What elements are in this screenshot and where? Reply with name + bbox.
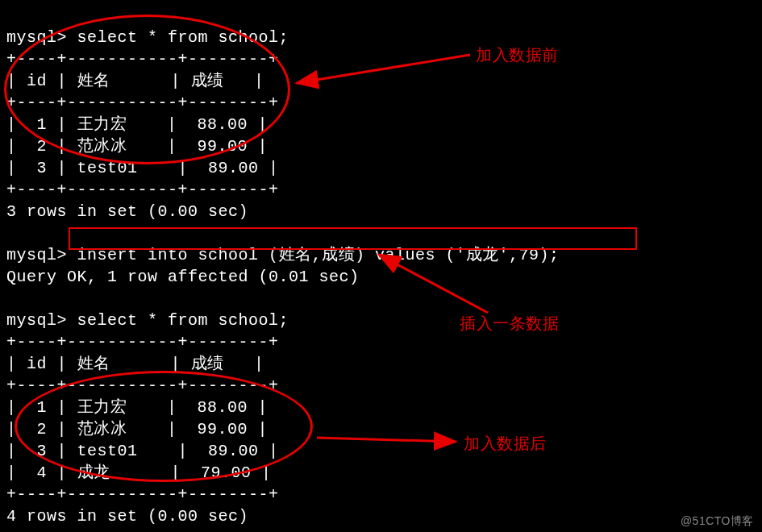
table-sep: +----+-----------+--------+ bbox=[6, 181, 279, 199]
sql-select-1: select * from school; bbox=[77, 28, 289, 47]
table-sep: +----+-----------+--------+ bbox=[6, 485, 279, 504]
terminal-output: mysql> select * from school; +----+-----… bbox=[0, 0, 762, 532]
table-sep: +----+-----------+--------+ bbox=[6, 376, 279, 395]
table-row: | 1 | 王力宏 | 88.00 | bbox=[6, 398, 268, 417]
watermark: @51CTO博客 bbox=[681, 513, 754, 529]
annotation-after: 加入数据后 bbox=[464, 433, 547, 455]
table-row: | 2 | 范冰冰 | 99.00 | bbox=[6, 420, 268, 438]
annotation-insert: 插入一条数据 bbox=[460, 313, 559, 335]
insert-result: Query OK, 1 row affected (0.01 sec) bbox=[6, 268, 360, 286]
table-sep: +----+-----------+--------+ bbox=[6, 333, 279, 351]
table-sep: +----+-----------+--------+ bbox=[6, 50, 279, 69]
table-sep: +----+-----------+--------+ bbox=[6, 94, 279, 112]
prompt: mysql> bbox=[6, 28, 67, 47]
table-row: | 4 | 成龙 | 79.00 | bbox=[6, 463, 272, 482]
table-row: | 2 | 范冰冰 | 99.00 | bbox=[6, 137, 268, 156]
sql-select-2: select * from school; bbox=[77, 311, 289, 330]
result-footer: 3 rows in set (0.00 sec) bbox=[6, 202, 248, 221]
table-row: | 3 | test01 | 89.00 | bbox=[6, 442, 279, 460]
result-footer: 4 rows in set (0.00 sec) bbox=[6, 507, 248, 526]
table-header: | id | 姓名 | 成绩 | bbox=[6, 72, 264, 90]
prompt: mysql> bbox=[6, 246, 67, 264]
prompt: mysql> bbox=[6, 311, 67, 330]
sql-insert: insert into school (姓名,成绩) values ('成龙',… bbox=[77, 246, 560, 264]
table-row: | 3 | test01 | 89.00 | bbox=[6, 159, 279, 177]
annotation-before: 加入数据前 bbox=[476, 44, 559, 66]
table-header: | id | 姓名 | 成绩 | bbox=[6, 355, 264, 373]
table-row: | 1 | 王力宏 | 88.00 | bbox=[6, 115, 268, 134]
